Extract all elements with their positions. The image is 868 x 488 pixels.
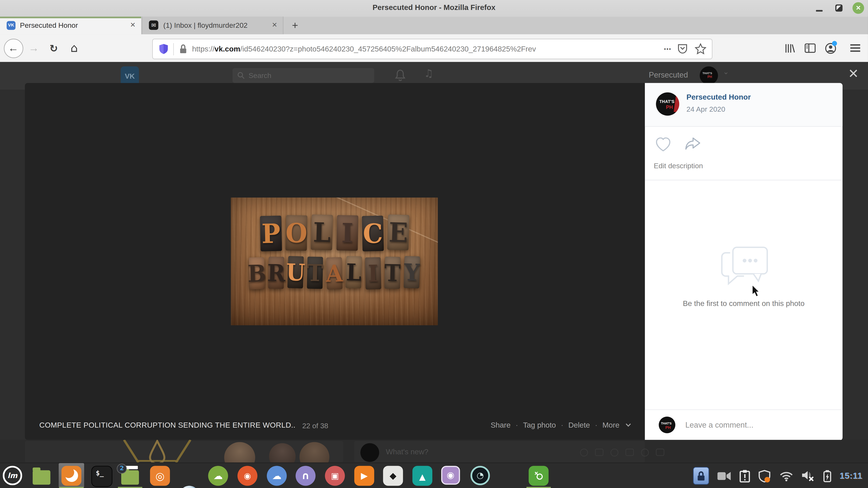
close-button[interactable]: ✕ [852,2,864,14]
letterpress-letter: R [268,256,284,289]
tab-persecuted-honor[interactable]: VK Persecuted Honor ✕ [0,17,141,34]
home-button[interactable]: ⌂ [65,34,83,62]
profile-chevron-down-icon[interactable]: ⌄ [723,68,729,76]
clipboard-alert-icon[interactable] [739,469,750,482]
lightbox-close-icon[interactable]: ✕ [848,66,859,81]
taskbar: lm $_ 2 ◎ ☁ ◉ ☁ ∩ ▣ ▶ ◆ ▲ ◉ ◔ ∩ ♀ [0,463,868,488]
taskbar-icon-screenshot[interactable]: ◉ [238,466,257,486]
letterpress-letter: Y [404,256,420,288]
hamburger-menu-icon[interactable] [846,34,865,62]
folder-icon: 2 [121,470,139,484]
sidebar-icon[interactable] [801,34,819,62]
taskbar-icon-image-viewer[interactable]: ▲ [412,466,432,486]
running-indicator [118,487,142,488]
vk-favicon: VK [6,21,16,30]
author-name-link[interactable]: Persecuted Honor [686,93,751,101]
author-avatar[interactable]: THAT'SPH [656,92,679,116]
account-notification-dot [832,41,837,46]
photo-police-brutality[interactable]: POLICE BRUTALITY [231,197,438,325]
tab-close-icon[interactable]: ✕ [272,21,277,29]
letterpress-letter: C [362,215,383,251]
photo-date[interactable]: 24 Apr 2020 [686,105,725,113]
share-link[interactable]: Share [491,421,510,429]
reload-button[interactable]: ↻ [45,34,62,62]
commenter-avatar: THAT'SPH [659,417,675,433]
pocket-save-icon[interactable] [677,43,688,55]
letterpress-letter: B [249,257,265,289]
new-tab-button[interactable]: + [288,18,302,33]
restore-button[interactable] [835,4,843,12]
taskbar-icon-photos[interactable]: ▣ [325,466,345,486]
page-actions-icon[interactable]: ••• [664,46,671,52]
back-button[interactable]: ← [3,34,24,62]
library-icon[interactable] [780,34,798,62]
account-icon[interactable] [822,34,839,62]
taskbar-icon-blender[interactable]: ◎ [150,466,170,486]
music-icon[interactable]: ♫ [424,67,434,79]
letterpress-letter: I [365,257,381,289]
profile-name[interactable]: Persecuted [649,70,688,79]
tag-photo-link[interactable]: Tag photo [523,421,556,429]
album-caption[interactable]: COMPLETE POLITICAL CORRUPTION SENDING TH… [39,421,296,429]
volume-muted-icon[interactable] [802,470,815,481]
taskbar-icon-keys[interactable]: ♀ [529,466,549,486]
firewall-shield-icon[interactable] [758,469,771,482]
comment-input-row[interactable]: THAT'SPH Leave a comment... [645,409,843,440]
forward-button[interactable]: → [25,34,42,62]
url-host: vk.com [214,45,240,53]
url-text[interactable]: https://vk.com/id546240230?z=photo546240… [192,45,536,53]
taskbar-icon-inkscape[interactable]: ◆ [383,466,403,486]
keepassxc-lock-icon[interactable] [693,467,709,485]
taskbar-icon-webcam[interactable]: ◉ [441,466,460,485]
video-recorder-icon[interactable] [717,470,731,481]
photo-viewer[interactable]: POLICE BRUTALITY COMPLETE POLITICAL CORR… [25,83,645,440]
comment-input-placeholder[interactable]: Leave a comment... [685,420,753,429]
browser-toolbar: ← → ↻ ⌂ https://vk.com/id546240230?z=pho… [0,34,868,62]
whats-new-placeholder: What's new? [386,448,429,456]
taskbar-icon-timer[interactable]: ◔ [470,466,490,485]
tracking-protection-shield-icon[interactable] [158,43,169,55]
tab-bar: VK Persecuted Honor ✕ ✉ (1) Inbox | floy… [0,17,868,34]
taskbar-icon-firefox[interactable] [61,466,82,486]
lock-icon [178,44,188,54]
tab-label: Persecuted Honor [20,21,120,29]
photo-actions-row: Edit description [645,126,843,180]
tab-close-icon[interactable]: ✕ [130,21,135,29]
taskbar-icon-cloud-backup[interactable]: ☁ [208,466,228,486]
photo-caption-row: COMPLETE POLITICAL CORRUPTION SENDING TH… [25,421,645,432]
profile-avatar[interactable]: THAT'SPH [700,66,718,85]
edit-description-link[interactable]: Edit description [654,161,703,170]
dimmed-emblem-logo [119,440,196,463]
taskbar-icon-files[interactable] [32,466,52,486]
taskbar-icon-cloud-music[interactable]: ☁ [267,466,287,486]
vk-page: VK Search ♫ Persecuted THAT'SPH ⌄ ✕ [0,62,868,462]
photo-counter: 22 of 38 [302,422,328,430]
window-count-badge: 2 [117,463,127,474]
vk-search-input[interactable]: Search [232,68,374,83]
like-heart-icon[interactable] [655,137,671,152]
share-arrow-icon[interactable] [685,137,701,150]
url-path: /id546240230?z=photo546240230_457256405%… [240,45,536,53]
taskbar-icon-player[interactable]: ▶ [354,466,374,486]
action-separator: · [595,421,597,429]
bookmark-star-icon[interactable] [695,43,706,55]
taskbar-icon-media-sphere[interactable] [179,486,199,488]
battery-charging-icon[interactable] [823,469,831,482]
tab-inbox[interactable]: ✉ (1) Inbox | floydmurder202 ✕ [142,17,283,34]
taskbar-icon-terminal[interactable]: $_ [91,466,112,487]
photo-side-panel: THAT'SPH Persecuted Honor 24 Apr 2020 Ed… [645,83,843,440]
taskbar-clock[interactable]: 15:11 [840,471,863,481]
notifications-bell-icon[interactable] [394,69,406,82]
minimize-button[interactable] [816,10,823,12]
photo-word-police: POLICE [231,215,438,251]
system-tray: 15:11 [693,463,863,488]
url-bar[interactable]: https://vk.com/id546240230?z=photo546240… [152,39,712,59]
taskbar-icon-headphones[interactable]: ∩ [296,466,315,486]
delete-link[interactable]: Delete [568,421,590,429]
search-icon [238,72,245,79]
taskbar-icon-files-2[interactable]: 2 [120,466,140,486]
taskbar-icon-mint-menu[interactable]: lm [3,466,22,485]
wifi-icon[interactable] [779,470,793,481]
mail-favicon: ✉ [149,21,158,30]
more-link[interactable]: More [602,421,619,429]
